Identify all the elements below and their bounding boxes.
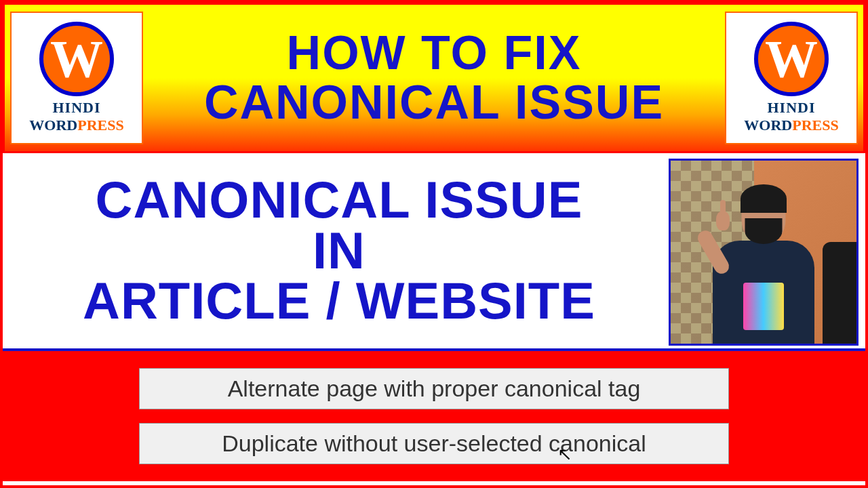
banner-line-1: HOW TO FIX	[143, 28, 725, 79]
wordpress-icon: W	[39, 22, 114, 96]
middle-section: CANONICAL ISSUE IN ARTICLE / WEBSITE	[3, 153, 865, 351]
middle-title: CANONICAL ISSUE IN ARTICLE / WEBSITE	[3, 153, 669, 348]
middle-line-2: IN	[313, 226, 366, 276]
logo-text-hindi: HINDI	[52, 99, 100, 117]
cursor-icon: ↖	[557, 444, 572, 465]
bottom-section: Alternate page with proper canonical tag…	[3, 351, 865, 481]
middle-line-1: CANONICAL ISSUE	[96, 175, 583, 225]
banner-line-2: CANONICAL ISSUE	[143, 78, 725, 128]
logo-text-wordpress: WORDPRESS	[29, 117, 123, 134]
middle-line-3: ARTICLE / WEBSITE	[83, 276, 595, 326]
logo-left: W HINDI WORDPRESS	[10, 12, 143, 144]
top-banner: W HINDI WORDPRESS HOW TO FIX CANONICAL I…	[3, 3, 865, 153]
logo-right: W HINDI WORDPRESS	[725, 12, 858, 144]
message-bar-2: Duplicate without user-selected canonica…	[139, 423, 729, 464]
logo-text-hindi: HINDI	[767, 99, 815, 117]
logo-text-wordpress: WORDPRESS	[744, 117, 838, 134]
message-bar-1: Alternate page with proper canonical tag	[139, 368, 729, 409]
banner-title: HOW TO FIX CANONICAL ISSUE	[143, 28, 725, 128]
presenter-photo	[669, 159, 859, 346]
wordpress-icon: W	[754, 22, 829, 96]
